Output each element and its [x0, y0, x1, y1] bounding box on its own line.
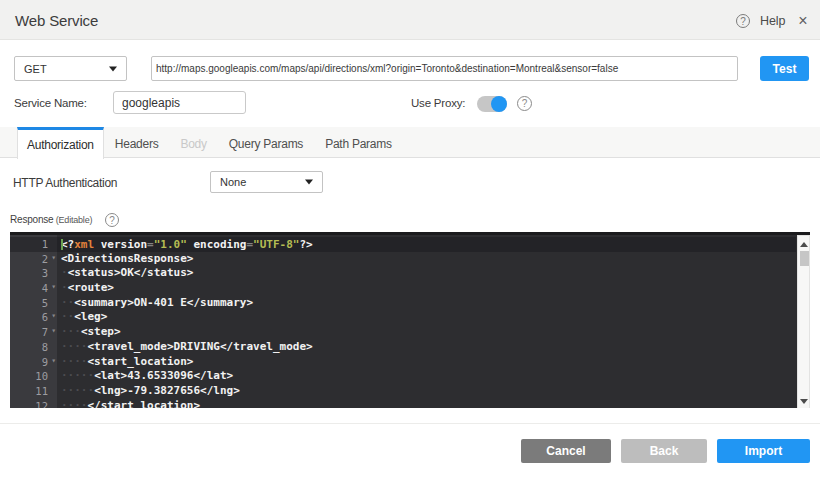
- code-line-6: 6▾··<leg>: [10, 310, 796, 325]
- code-line-7: 7▾···<step>: [10, 325, 796, 340]
- code-line-3: 3·<status>OK</status>: [10, 266, 796, 281]
- tab-path-params[interactable]: Path Params: [314, 127, 403, 157]
- use-proxy-label: Use Proxy:: [411, 97, 465, 109]
- tab-body: Body: [169, 127, 217, 157]
- web-service-dialog: Web Service ? Help × GET Test Service Na…: [0, 0, 820, 478]
- code-line-10: 10·····<lat>43.6533096</lat>: [10, 369, 796, 384]
- code-line-12: 12····</start_location>: [10, 399, 796, 408]
- response-code-editor[interactable]: 1<?xml version="1.0" encoding="UTF-8"?>2…: [10, 232, 810, 408]
- url-input[interactable]: [151, 56, 738, 81]
- tab-headers[interactable]: Headers: [104, 127, 170, 157]
- proxy-help-icon[interactable]: ?: [517, 96, 532, 111]
- scroll-up-icon[interactable]: [800, 242, 808, 247]
- tab-bar: AuthorizationHeadersBodyQuery ParamsPath…: [0, 127, 820, 158]
- fold-arrow-icon[interactable]: ▾: [51, 309, 56, 324]
- response-editable-label: (Editable): [53, 215, 92, 225]
- http-method-select[interactable]: GET: [14, 56, 127, 81]
- http-authentication-value: None: [220, 176, 246, 188]
- import-button[interactable]: Import: [717, 439, 810, 463]
- tab-query-params[interactable]: Query Params: [218, 127, 314, 157]
- cancel-button[interactable]: Cancel: [521, 439, 611, 463]
- fold-arrow-icon[interactable]: ▾: [51, 280, 56, 295]
- http-authentication-label: HTTP Authentication: [13, 176, 117, 190]
- dialog-title: Web Service: [15, 12, 98, 29]
- code-line-5: 5··<summary>ON-401 E</summary>: [10, 296, 796, 311]
- http-method-value: GET: [24, 63, 47, 75]
- dialog-header: Web Service ? Help ×: [0, 0, 820, 40]
- scroll-down-icon[interactable]: [800, 399, 808, 404]
- code-line-8: 8····<travel_mode>DRIVING</travel_mode>: [10, 340, 796, 355]
- close-icon[interactable]: ×: [794, 12, 812, 29]
- code-line-11: 11·····<lng>-79.3827656</lng>: [10, 384, 796, 399]
- fold-arrow-icon[interactable]: ▾: [51, 354, 56, 369]
- dropdown-caret-icon: [305, 179, 313, 184]
- dropdown-caret-icon: [109, 66, 117, 71]
- text-cursor: [61, 239, 63, 250]
- code-line-4: 4▾·<route>: [10, 281, 796, 296]
- use-proxy-toggle[interactable]: [477, 96, 507, 112]
- service-name-label: Service Name:: [14, 97, 87, 109]
- code-line-9: 9▾····<start_location>: [10, 355, 796, 370]
- editor-lines: 1<?xml version="1.0" encoding="UTF-8"?>2…: [10, 235, 796, 408]
- editor-vertical-scrollbar[interactable]: [797, 235, 810, 408]
- fold-arrow-icon[interactable]: ▾: [51, 251, 56, 266]
- response-label: Response (Editable): [10, 214, 92, 225]
- code-line-1: 1<?xml version="1.0" encoding="UTF-8"?>: [10, 237, 796, 252]
- toggle-knob: [491, 96, 507, 112]
- footer-divider: [0, 423, 820, 424]
- help-link[interactable]: Help: [760, 14, 785, 28]
- code-line-2: 2▾<DirectionsResponse>: [10, 252, 796, 267]
- back-button[interactable]: Back: [621, 439, 707, 463]
- help-icon[interactable]: ?: [736, 14, 750, 28]
- service-name-input[interactable]: [113, 91, 246, 114]
- http-authentication-select[interactable]: None: [210, 171, 323, 193]
- response-help-icon[interactable]: ?: [105, 213, 119, 227]
- scrollbar-thumb[interactable]: [800, 251, 809, 266]
- tab-authorization[interactable]: Authorization: [17, 127, 104, 159]
- fold-arrow-icon[interactable]: ▾: [51, 324, 56, 339]
- test-button[interactable]: Test: [760, 56, 809, 81]
